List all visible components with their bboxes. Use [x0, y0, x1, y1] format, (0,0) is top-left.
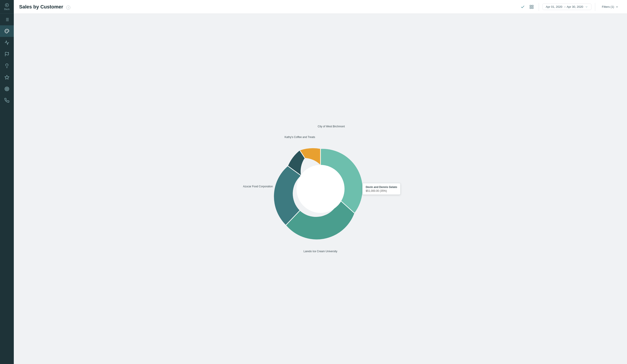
- chevron-down-icon: [585, 5, 588, 8]
- grid-view-button[interactable]: [528, 3, 535, 10]
- info-icon[interactable]: i: [66, 5, 70, 9]
- header-divider-2: [595, 3, 595, 11]
- svg-rect-21: [532, 7, 533, 8]
- svg-rect-20: [532, 5, 533, 6]
- sidebar-item-phone[interactable]: [0, 95, 14, 106]
- svg-point-18: [6, 89, 7, 89]
- chart-view-button[interactable]: [519, 3, 526, 10]
- page-title: Sales by Customer i: [19, 4, 516, 10]
- sidebar-item-list[interactable]: [0, 14, 14, 25]
- sidebar: Back: [0, 0, 14, 364]
- chart-content: City of West Birchmont Kathy's Coffee an…: [14, 14, 627, 364]
- donut-chart-svg: [254, 122, 387, 256]
- sidebar-item-flag[interactable]: [0, 48, 14, 60]
- sidebar-item-palette[interactable]: [0, 25, 14, 37]
- svg-rect-22: [530, 7, 531, 8]
- donut-hole: [297, 165, 345, 213]
- header-divider: [539, 3, 539, 11]
- back-label: Back: [4, 8, 9, 10]
- svg-rect-19: [530, 5, 531, 6]
- sidebar-item-lightbulb[interactable]: [0, 60, 14, 72]
- back-button[interactable]: Back: [0, 0, 14, 14]
- svg-point-10: [6, 30, 6, 30]
- sidebar-item-activity[interactable]: [0, 37, 14, 48]
- sidebar-item-target[interactable]: [0, 83, 14, 95]
- view-toggle: [519, 3, 535, 10]
- filters-button[interactable]: Filters (1): [599, 4, 622, 10]
- filters-chevron-icon: [616, 5, 619, 8]
- page-header: Sales by Customer i Apr 01, 2020 → Apr 3…: [14, 0, 627, 14]
- svg-marker-15: [5, 75, 9, 79]
- svg-point-9: [8, 31, 8, 31]
- svg-point-11: [6, 31, 6, 31]
- donut-chart: City of West Birchmont Kathy's Coffee an…: [254, 122, 387, 256]
- main-content: Sales by Customer i Apr 01, 2020 → Apr 3…: [14, 0, 627, 364]
- sidebar-item-star[interactable]: [0, 72, 14, 83]
- svg-point-17: [6, 88, 8, 90]
- date-range-button[interactable]: Apr 01, 2020 → Apr 30, 2020: [542, 3, 591, 10]
